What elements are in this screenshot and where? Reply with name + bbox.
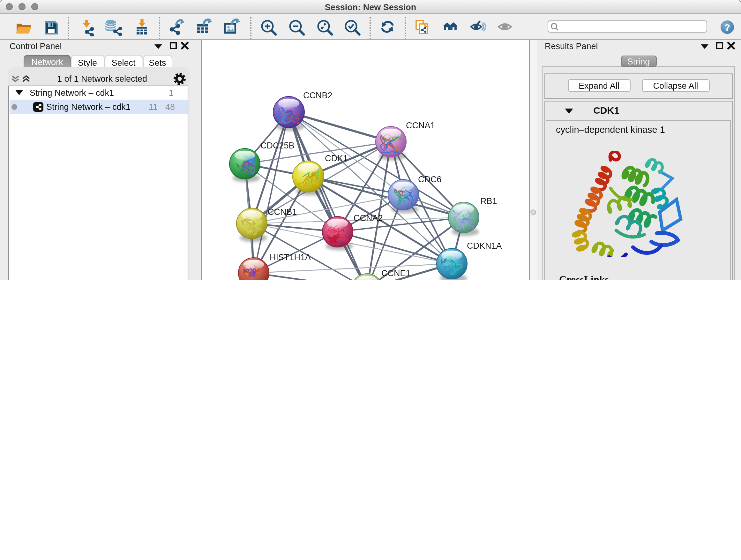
svg-text:CDK1: CDK1 [325,153,347,163]
svg-text:CCNB1: CCNB1 [267,207,297,216]
svg-text:CDKN1A: CDKN1A [467,241,502,250]
svg-text:RB1: RB1 [480,196,497,206]
svg-text:CCNB2: CCNB2 [303,90,332,100]
svg-text:CDC6: CDC6 [418,174,441,184]
svg-text:CCNA1: CCNA1 [406,120,435,130]
svg-text:CDC25B: CDC25B [260,140,294,150]
svg-text:HIST1H1A: HIST1H1A [269,252,311,262]
svg-text:CCNE1: CCNE1 [381,268,410,278]
svg-text:CCNA2: CCNA2 [353,213,383,223]
